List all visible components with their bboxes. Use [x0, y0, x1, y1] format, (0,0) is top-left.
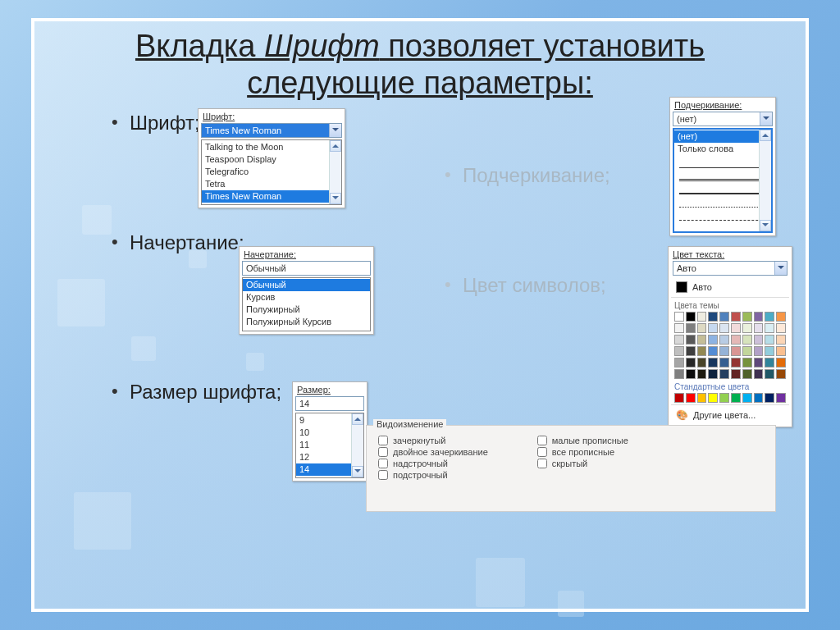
- color-swatch[interactable]: [686, 358, 696, 368]
- color-swatch[interactable]: [776, 358, 786, 368]
- color-swatch[interactable]: [697, 323, 707, 333]
- color-swatch[interactable]: [697, 335, 707, 345]
- chevron-down-icon[interactable]: [774, 262, 787, 275]
- color-swatch[interactable]: [708, 312, 718, 322]
- font-option-selected[interactable]: Times New Roman: [202, 190, 341, 203]
- underline-option-none[interactable]: (нет): [674, 130, 771, 143]
- color-swatch[interactable]: [731, 312, 741, 322]
- chevron-down-icon[interactable]: [760, 112, 772, 126]
- color-swatch[interactable]: [754, 346, 764, 356]
- color-swatch[interactable]: [776, 393, 786, 403]
- chevron-down-icon[interactable]: [329, 124, 341, 137]
- scroll-down-icon[interactable]: [352, 466, 363, 477]
- color-swatch[interactable]: [719, 312, 729, 322]
- underline-style-dotted[interactable]: [679, 196, 766, 208]
- color-swatch[interactable]: [674, 393, 684, 403]
- color-swatch[interactable]: [697, 346, 707, 356]
- checkbox-input[interactable]: [537, 436, 547, 445]
- checkbox-input[interactable]: [537, 459, 547, 468]
- underline-style-thick[interactable]: [679, 183, 766, 194]
- color-swatch[interactable]: [719, 323, 729, 333]
- checkbox-input[interactable]: [378, 447, 388, 457]
- color-swatch[interactable]: [754, 369, 764, 379]
- font-combo[interactable]: Times New Roman: [201, 123, 342, 138]
- color-swatch[interactable]: [708, 346, 718, 356]
- color-swatch[interactable]: [708, 393, 718, 403]
- style-option[interactable]: Полужирный Курсив: [243, 316, 370, 328]
- color-swatch[interactable]: [776, 323, 786, 333]
- color-swatch[interactable]: [674, 312, 684, 322]
- style-combo[interactable]: Обычный: [242, 261, 371, 276]
- color-swatch[interactable]: [686, 369, 696, 379]
- color-swatch[interactable]: [754, 335, 764, 345]
- color-swatch[interactable]: [765, 323, 774, 333]
- color-swatch[interactable]: [765, 312, 774, 322]
- checkbox-allcaps[interactable]: все прописные: [537, 447, 628, 457]
- color-swatch[interactable]: [776, 369, 786, 379]
- color-swatch[interactable]: [742, 312, 752, 322]
- color-swatch[interactable]: [742, 346, 752, 356]
- color-swatch[interactable]: [776, 312, 786, 322]
- color-swatch[interactable]: [742, 335, 752, 345]
- underline-option-words[interactable]: Только слова: [674, 143, 771, 155]
- font-option[interactable]: Teaspoon Display: [202, 153, 341, 166]
- underline-style-solid[interactable]: [679, 157, 766, 168]
- underline-style-double[interactable]: [679, 170, 766, 181]
- color-swatch[interactable]: [719, 346, 729, 356]
- scroll-down-icon[interactable]: [330, 193, 341, 204]
- color-swatch[interactable]: [754, 312, 764, 322]
- color-swatch[interactable]: [731, 323, 741, 333]
- color-swatch[interactable]: [742, 323, 752, 333]
- checkbox-input[interactable]: [378, 470, 388, 480]
- color-swatch[interactable]: [697, 393, 707, 403]
- color-swatch[interactable]: [765, 358, 774, 368]
- color-swatch[interactable]: [719, 393, 729, 403]
- color-swatch[interactable]: [776, 346, 786, 356]
- color-swatch[interactable]: [674, 323, 684, 333]
- underline-combo[interactable]: (нет): [673, 112, 773, 126]
- scroll-up-icon[interactable]: [330, 140, 341, 152]
- scroll-down-icon[interactable]: [760, 220, 771, 231]
- color-swatch[interactable]: [742, 369, 752, 379]
- scroll-up-icon[interactable]: [760, 130, 771, 141]
- color-swatch[interactable]: [674, 358, 684, 368]
- color-swatch[interactable]: [708, 369, 718, 379]
- color-swatch[interactable]: [719, 335, 729, 345]
- color-swatch[interactable]: [754, 323, 764, 333]
- color-swatch[interactable]: [697, 312, 707, 322]
- scrollbar[interactable]: [759, 130, 771, 231]
- color-swatch[interactable]: [674, 369, 684, 379]
- color-swatch[interactable]: [686, 323, 696, 333]
- checkbox-input[interactable]: [537, 447, 547, 457]
- color-swatch[interactable]: [742, 358, 752, 368]
- color-swatch[interactable]: [765, 346, 774, 356]
- color-swatch[interactable]: [776, 335, 786, 345]
- underline-listbox[interactable]: (нет) Только слова: [673, 128, 773, 233]
- size-combo[interactable]: 14: [295, 396, 364, 411]
- color-swatch[interactable]: [731, 358, 741, 368]
- color-swatch[interactable]: [719, 358, 729, 368]
- color-swatch[interactable]: [731, 335, 741, 345]
- color-swatch[interactable]: [708, 335, 718, 345]
- checkbox-subscript[interactable]: подстрочный: [378, 470, 488, 480]
- checkbox-smallcaps[interactable]: малые прописные: [537, 436, 628, 445]
- color-auto-row[interactable]: Авто: [671, 279, 789, 295]
- color-swatch[interactable]: [708, 323, 718, 333]
- checkbox-strikethrough[interactable]: зачеркнутый: [378, 436, 488, 445]
- color-swatch[interactable]: [686, 393, 696, 403]
- color-swatch[interactable]: [742, 393, 752, 403]
- checkbox-hidden[interactable]: скрытый: [537, 459, 628, 468]
- color-swatch[interactable]: [754, 393, 764, 403]
- color-swatch[interactable]: [754, 358, 764, 368]
- color-swatch[interactable]: [731, 369, 741, 379]
- style-option-selected[interactable]: Обычный: [243, 279, 370, 291]
- size-listbox[interactable]: 9 10 11 12 14: [295, 413, 364, 478]
- color-swatch[interactable]: [765, 393, 774, 403]
- scrollbar[interactable]: [351, 413, 363, 477]
- checkbox-double-strike[interactable]: двойное зачеркивание: [378, 447, 488, 457]
- color-swatch[interactable]: [719, 369, 729, 379]
- color-swatch[interactable]: [674, 346, 684, 356]
- color-swatch[interactable]: [686, 312, 696, 322]
- color-more-button[interactable]: 🎨 Другие цвета...: [671, 407, 789, 423]
- color-swatch[interactable]: [697, 358, 707, 368]
